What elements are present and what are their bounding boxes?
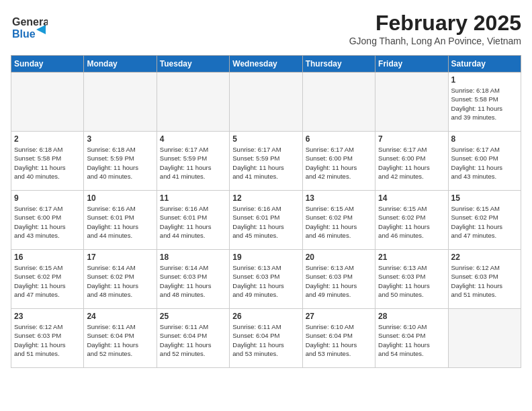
calendar-title: February 2025	[349, 11, 521, 36]
calendar-cell: 2Sunrise: 6:18 AM Sunset: 5:58 PM Daylig…	[11, 132, 84, 191]
calendar-cell	[157, 73, 229, 132]
day-number: 8	[451, 134, 518, 144]
calendar-cell: 23Sunrise: 6:12 AM Sunset: 6:03 PM Dayli…	[11, 309, 84, 368]
calendar-cell	[448, 309, 521, 368]
day-number: 25	[160, 312, 226, 321]
day-number: 10	[87, 193, 153, 203]
day-info: Sunrise: 6:10 AM Sunset: 6:04 PM Dayligh…	[378, 322, 445, 358]
weekday-header: Tuesday	[157, 56, 229, 73]
day-number: 6	[306, 134, 372, 144]
calendar-cell: 1Sunrise: 6:18 AM Sunset: 5:58 PM Daylig…	[448, 73, 521, 132]
day-number: 17	[87, 253, 153, 262]
calendar-cell	[230, 73, 302, 132]
calendar-cell: 3Sunrise: 6:18 AM Sunset: 5:59 PM Daylig…	[84, 132, 157, 191]
day-number: 24	[87, 312, 153, 321]
weekday-header: Wednesday	[230, 56, 302, 73]
day-number: 26	[232, 312, 299, 321]
calendar-week-row: 23Sunrise: 6:12 AM Sunset: 6:03 PM Dayli…	[11, 309, 521, 368]
day-number: 13	[306, 193, 372, 203]
calendar-cell: 6Sunrise: 6:17 AM Sunset: 6:00 PM Daylig…	[302, 132, 375, 191]
calendar-cell: 7Sunrise: 6:17 AM Sunset: 6:00 PM Daylig…	[375, 132, 448, 191]
calendar-cell: 5Sunrise: 6:17 AM Sunset: 5:59 PM Daylig…	[230, 132, 302, 191]
calendar-table: SundayMondayTuesdayWednesdayThursdayFrid…	[11, 55, 521, 368]
day-info: Sunrise: 6:11 AM Sunset: 6:04 PM Dayligh…	[87, 322, 153, 358]
calendar-cell: 8Sunrise: 6:17 AM Sunset: 6:00 PM Daylig…	[448, 132, 521, 191]
weekday-header: Friday	[375, 56, 448, 73]
day-info: Sunrise: 6:15 AM Sunset: 6:02 PM Dayligh…	[14, 263, 81, 299]
day-number: 7	[378, 134, 445, 144]
calendar-cell: 4Sunrise: 6:17 AM Sunset: 5:59 PM Daylig…	[157, 132, 229, 191]
svg-text:General: General	[12, 16, 48, 28]
day-info: Sunrise: 6:14 AM Sunset: 6:03 PM Dayligh…	[160, 263, 226, 299]
calendar-subtitle: GJong Thanh, Long An Povince, Vietnam	[349, 36, 521, 46]
day-info: Sunrise: 6:17 AM Sunset: 6:00 PM Dayligh…	[14, 204, 81, 240]
weekday-header: Thursday	[302, 56, 375, 73]
calendar-cell: 21Sunrise: 6:13 AM Sunset: 6:03 PM Dayli…	[375, 250, 448, 309]
calendar-cell: 25Sunrise: 6:11 AM Sunset: 6:04 PM Dayli…	[157, 309, 229, 368]
day-number: 15	[451, 193, 518, 203]
calendar-cell: 27Sunrise: 6:10 AM Sunset: 6:04 PM Dayli…	[302, 309, 375, 368]
day-number: 28	[378, 312, 445, 321]
header: General Blue February 2025 GJong Thanh, …	[11, 11, 521, 47]
day-info: Sunrise: 6:13 AM Sunset: 6:03 PM Dayligh…	[306, 263, 372, 299]
logo-icon: General Blue	[11, 11, 48, 47]
day-number: 2	[14, 134, 81, 144]
day-info: Sunrise: 6:14 AM Sunset: 6:02 PM Dayligh…	[87, 263, 153, 299]
day-number: 20	[306, 253, 372, 262]
calendar-cell: 12Sunrise: 6:16 AM Sunset: 6:01 PM Dayli…	[230, 191, 302, 250]
day-number: 3	[87, 134, 153, 144]
day-number: 1	[451, 75, 518, 85]
day-info: Sunrise: 6:18 AM Sunset: 5:58 PM Dayligh…	[451, 86, 518, 122]
calendar-cell: 11Sunrise: 6:16 AM Sunset: 6:01 PM Dayli…	[157, 191, 229, 250]
day-info: Sunrise: 6:16 AM Sunset: 6:01 PM Dayligh…	[160, 204, 226, 240]
calendar-cell: 22Sunrise: 6:12 AM Sunset: 6:03 PM Dayli…	[448, 250, 521, 309]
day-info: Sunrise: 6:12 AM Sunset: 6:03 PM Dayligh…	[14, 322, 81, 358]
day-number: 14	[378, 193, 445, 203]
calendar-cell: 26Sunrise: 6:11 AM Sunset: 6:04 PM Dayli…	[230, 309, 302, 368]
day-info: Sunrise: 6:13 AM Sunset: 6:03 PM Dayligh…	[232, 263, 299, 299]
day-info: Sunrise: 6:11 AM Sunset: 6:04 PM Dayligh…	[232, 322, 299, 358]
calendar-cell: 13Sunrise: 6:15 AM Sunset: 6:02 PM Dayli…	[302, 191, 375, 250]
day-info: Sunrise: 6:13 AM Sunset: 6:03 PM Dayligh…	[378, 263, 445, 299]
weekday-header: Monday	[84, 56, 157, 73]
title-area: February 2025 GJong Thanh, Long An Povin…	[349, 11, 521, 46]
calendar-cell: 24Sunrise: 6:11 AM Sunset: 6:04 PM Dayli…	[84, 309, 157, 368]
day-number: 11	[160, 193, 226, 203]
day-number: 19	[232, 253, 299, 262]
day-info: Sunrise: 6:15 AM Sunset: 6:02 PM Dayligh…	[378, 204, 445, 240]
day-info: Sunrise: 6:10 AM Sunset: 6:04 PM Dayligh…	[306, 322, 372, 358]
calendar-cell: 17Sunrise: 6:14 AM Sunset: 6:02 PM Dayli…	[84, 250, 157, 309]
weekday-header: Sunday	[11, 56, 84, 73]
day-info: Sunrise: 6:18 AM Sunset: 5:59 PM Dayligh…	[87, 145, 153, 181]
day-info: Sunrise: 6:11 AM Sunset: 6:04 PM Dayligh…	[160, 322, 226, 358]
day-number: 12	[232, 193, 299, 203]
day-number: 18	[160, 253, 226, 262]
day-info: Sunrise: 6:17 AM Sunset: 6:00 PM Dayligh…	[451, 145, 518, 181]
calendar-cell: 10Sunrise: 6:16 AM Sunset: 6:01 PM Dayli…	[84, 191, 157, 250]
calendar-week-row: 1Sunrise: 6:18 AM Sunset: 5:58 PM Daylig…	[11, 73, 521, 132]
calendar-cell: 19Sunrise: 6:13 AM Sunset: 6:03 PM Dayli…	[230, 250, 302, 309]
calendar-week-row: 9Sunrise: 6:17 AM Sunset: 6:00 PM Daylig…	[11, 191, 521, 250]
day-info: Sunrise: 6:17 AM Sunset: 6:00 PM Dayligh…	[306, 145, 372, 181]
calendar-cell	[302, 73, 375, 132]
day-number: 27	[306, 312, 372, 321]
calendar-cell: 28Sunrise: 6:10 AM Sunset: 6:04 PM Dayli…	[375, 309, 448, 368]
day-info: Sunrise: 6:15 AM Sunset: 6:02 PM Dayligh…	[451, 204, 518, 240]
day-info: Sunrise: 6:15 AM Sunset: 6:02 PM Dayligh…	[306, 204, 372, 240]
day-number: 22	[451, 253, 518, 262]
calendar-cell: 16Sunrise: 6:15 AM Sunset: 6:02 PM Dayli…	[11, 250, 84, 309]
calendar-cell: 15Sunrise: 6:15 AM Sunset: 6:02 PM Dayli…	[448, 191, 521, 250]
calendar-cell: 9Sunrise: 6:17 AM Sunset: 6:00 PM Daylig…	[11, 191, 84, 250]
calendar-cell	[11, 73, 84, 132]
svg-text:Blue: Blue	[12, 28, 36, 40]
day-info: Sunrise: 6:17 AM Sunset: 5:59 PM Dayligh…	[232, 145, 299, 181]
calendar-cell: 18Sunrise: 6:14 AM Sunset: 6:03 PM Dayli…	[157, 250, 229, 309]
day-info: Sunrise: 6:18 AM Sunset: 5:58 PM Dayligh…	[14, 145, 81, 181]
calendar-cell: 20Sunrise: 6:13 AM Sunset: 6:03 PM Dayli…	[302, 250, 375, 309]
day-number: 9	[14, 193, 81, 203]
day-info: Sunrise: 6:16 AM Sunset: 6:01 PM Dayligh…	[87, 204, 153, 240]
day-number: 16	[14, 253, 81, 262]
day-number: 4	[160, 134, 226, 144]
day-number: 5	[232, 134, 299, 144]
calendar-cell	[84, 73, 157, 132]
